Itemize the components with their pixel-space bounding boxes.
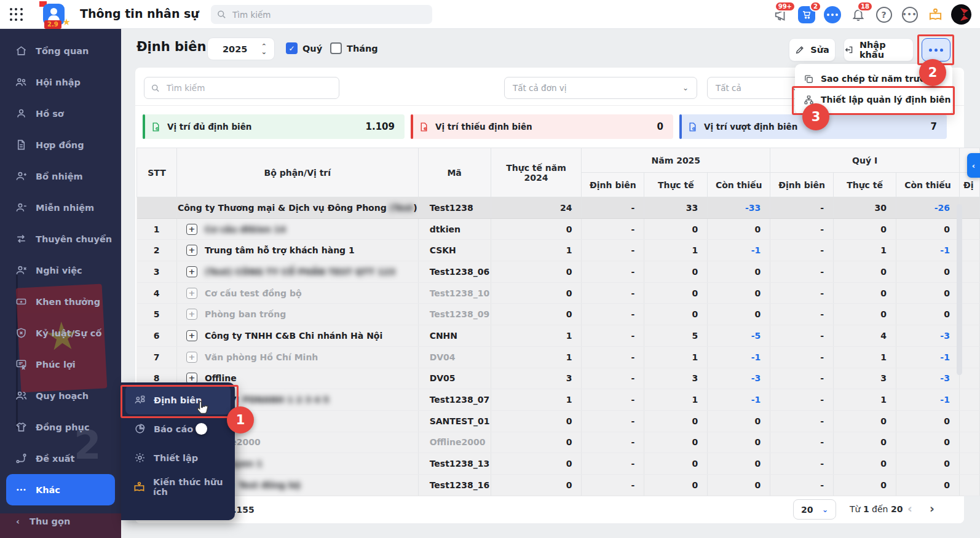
col-header-department[interactable]: Bộ phận/Vị trí bbox=[176, 148, 418, 197]
profile-icon bbox=[15, 108, 27, 120]
table-row: 12+Vị Phuyen 1Test1238_130-00-00 bbox=[137, 453, 980, 475]
sidebar-item-phuc-loi[interactable]: Phúc lợi bbox=[0, 349, 121, 380]
value-cell: -1 bbox=[896, 346, 960, 368]
global-search-input[interactable] bbox=[231, 9, 426, 20]
value-cell: -26 bbox=[896, 197, 960, 219]
quarter-checkbox[interactable]: ✓ Quý bbox=[286, 42, 322, 54]
col-header-actual[interactable]: Thực tế bbox=[644, 173, 708, 197]
value-cell: - bbox=[770, 389, 834, 411]
col-header-quota[interactable]: Định biên bbox=[770, 173, 834, 197]
sidebar-item-tong-quan[interactable]: Tổng quan bbox=[0, 35, 121, 66]
redacted-text: Test đồng bộ bbox=[239, 480, 301, 490]
announcements-button[interactable]: 99+ bbox=[769, 3, 792, 26]
spinner-arrows-icon[interactable]: ⌃⌄ bbox=[261, 44, 267, 55]
notifications-button[interactable]: 18 bbox=[847, 3, 869, 26]
value-cell: 24 bbox=[491, 197, 582, 219]
sidebar-label: Nghỉ việc bbox=[36, 266, 82, 275]
department-cell: Công ty Thương mại & Dịch vụ Đông Phong … bbox=[176, 197, 418, 219]
expand-row-button[interactable]: + bbox=[186, 288, 197, 299]
sidebar-item-bo-nhiem[interactable]: Bổ nhiệm bbox=[0, 160, 121, 192]
expand-row-button[interactable]: + bbox=[186, 330, 197, 341]
value-cell: - bbox=[582, 368, 644, 389]
row-index-cell: 5 bbox=[137, 304, 177, 325]
value-cell: 0 bbox=[896, 218, 960, 240]
user-avatar[interactable] bbox=[950, 3, 973, 26]
code-cell: Test1238 bbox=[418, 197, 491, 219]
code-cell: SANTEST_01 bbox=[418, 410, 491, 432]
col-header-remaining[interactable]: Còn thiếu bbox=[708, 173, 770, 197]
month-checkbox[interactable]: Tháng bbox=[330, 42, 378, 54]
value-cell: -3 bbox=[708, 368, 770, 389]
table-search[interactable] bbox=[144, 77, 339, 99]
sidebar-item-hoi-nhap[interactable]: Hội nhập bbox=[0, 66, 121, 98]
pagination-range: Từ 1 đến 20 bbox=[850, 504, 903, 514]
sidebar-item-thuyen-chuyen[interactable]: Thuyên chuyển bbox=[0, 223, 121, 255]
panel-toggle-tab[interactable]: ‹ bbox=[967, 153, 980, 178]
expand-row-button[interactable]: + bbox=[186, 266, 197, 277]
knowledge-button[interactable] bbox=[924, 3, 947, 26]
col-group-quarter-1[interactable]: Quý I bbox=[770, 148, 960, 173]
prev-page-button[interactable]: ‹ bbox=[907, 502, 912, 515]
unit-filter-select[interactable]: Tất cả đơn vị ⌄ bbox=[504, 77, 697, 99]
table-search-input[interactable] bbox=[165, 82, 332, 93]
value-cell: - bbox=[582, 240, 644, 261]
col-header-actual-2024[interactable]: Thực tế năm 2024 bbox=[491, 148, 582, 197]
sidebar-item-nghi-viec[interactable]: Nghỉ việc bbox=[0, 255, 121, 286]
col-header-stt[interactable]: STT bbox=[137, 148, 177, 197]
col-header-code[interactable]: Mã bbox=[418, 148, 491, 197]
value-cell: 0 bbox=[834, 304, 896, 325]
col-group-year-2025[interactable]: Năm 2025 bbox=[582, 148, 770, 173]
sidebar-item-khac[interactable]: Khác bbox=[6, 474, 115, 505]
help-button[interactable]: ? bbox=[872, 3, 895, 26]
department-name: +(Test) CÔNG TY CỔ PHẦN TEST QTT 123 bbox=[178, 266, 417, 277]
submenu-item-thiet-lap[interactable]: Thiết lập bbox=[121, 443, 235, 472]
chat-button[interactable] bbox=[821, 3, 844, 26]
sidebar-item-hop-dong[interactable]: Hợp đồng bbox=[0, 129, 121, 160]
submenu-item-bao-cao[interactable]: Báo cáo bbox=[121, 414, 235, 443]
chevron-down-icon: ⌄ bbox=[822, 505, 828, 514]
more-topbar-button[interactable]: ••• bbox=[898, 3, 921, 26]
next-page-button[interactable]: › bbox=[930, 502, 935, 515]
expand-row-button[interactable]: + bbox=[186, 352, 197, 363]
code-cell: Test1238_10 bbox=[418, 282, 491, 304]
cart-button[interactable]: 2 bbox=[795, 3, 818, 26]
sidebar-item-de-xuat[interactable]: Đề xuất bbox=[0, 443, 121, 474]
lamp-book-icon bbox=[928, 7, 942, 22]
col-header-actual[interactable]: Thực tế bbox=[834, 173, 896, 197]
file-alert-icon bbox=[419, 122, 429, 132]
sidebar-item-quy-hoach[interactable]: Quy hoạch bbox=[0, 380, 121, 411]
value-cell: 0 bbox=[644, 474, 708, 496]
clipped-cell bbox=[959, 474, 979, 496]
onboarding-people-icon bbox=[15, 76, 27, 89]
bell-badge: 18 bbox=[857, 1, 873, 12]
row-index-cell: 3 bbox=[137, 261, 177, 283]
sidebar-collapse-button[interactable]: ‹Thu gọn bbox=[0, 508, 121, 534]
code-cell: Test1238_06 bbox=[418, 261, 491, 283]
edit-button[interactable]: Sửa bbox=[789, 38, 836, 61]
sidebar-label: Bổ nhiệm bbox=[36, 172, 83, 181]
expand-row-button[interactable]: + bbox=[186, 309, 197, 320]
value-cell: - bbox=[770, 218, 834, 240]
year-spinner[interactable]: 2025 ⌃⌄ bbox=[207, 38, 275, 60]
global-search[interactable] bbox=[211, 5, 432, 24]
app-logo[interactable]: 2.9 bbox=[41, 2, 68, 27]
value-cell: 0 bbox=[834, 432, 896, 453]
sidebar-item-ho-so[interactable]: Hồ sơ bbox=[0, 98, 121, 129]
code-cell: DV05 bbox=[418, 368, 491, 389]
sidebar-item-mien-nhiem[interactable]: Miễn nhiệm bbox=[0, 192, 121, 223]
sidebar-item-khen-thuong[interactable]: Khen thưởng bbox=[0, 286, 121, 317]
page-size-select[interactable]: 20 ⌄ bbox=[793, 499, 836, 520]
import-button[interactable]: Nhập khẩu bbox=[844, 38, 914, 61]
vertical-scrollbar[interactable] bbox=[957, 204, 962, 375]
col-header-remaining[interactable]: Còn thiếu bbox=[896, 173, 960, 197]
sidebar-item-ky-luat[interactable]: Kỷ luật/Sự cố bbox=[0, 317, 121, 349]
app-grid-icon[interactable] bbox=[10, 8, 23, 22]
sidebar: 2 9 Tổng quan Hội nhập Hồ sơ Hợp đồng Bổ… bbox=[0, 29, 121, 538]
submenu-item-kien-thuc[interactable]: Kiến thức hữu ích bbox=[121, 472, 235, 501]
expand-row-button[interactable]: + bbox=[186, 245, 197, 256]
code-cell: Test1238_16 bbox=[418, 474, 491, 496]
col-header-quota[interactable]: Định biên bbox=[582, 173, 644, 197]
sidebar-item-dong-phuc[interactable]: Đồng phục bbox=[0, 411, 121, 443]
expand-row-button[interactable]: + bbox=[186, 224, 197, 235]
value-cell: - bbox=[770, 325, 834, 347]
